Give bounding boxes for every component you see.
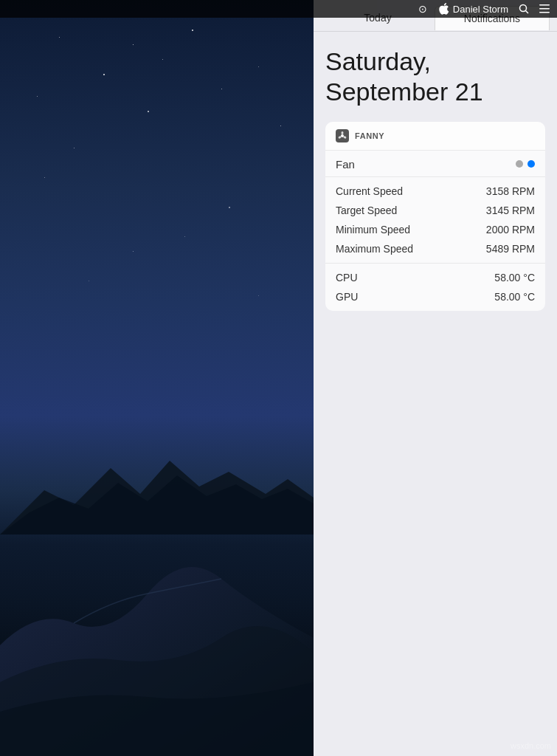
menubar: ⊙ Daniel Storm [0,0,557,18]
fan-label: Fan [336,158,355,171]
fanny-header: FANNY [325,122,545,151]
table-row: GPU 58.00 °C [325,287,545,306]
gpu-value: 58.00 °C [494,291,535,303]
date-line2: September 21 [325,77,545,107]
current-speed-value: 3158 RPM [486,185,535,197]
svg-rect-4 [539,4,550,6]
svg-point-8 [342,131,344,134]
menubar-right: ⊙ Daniel Storm [418,3,550,15]
fan-dot-inactive [516,160,523,168]
fan-dot-active [527,160,535,168]
svg-point-7 [341,134,344,137]
svg-line-3 [526,11,529,14]
table-row: CPU 58.00 °C [325,268,545,287]
date-heading: Saturday, September 21 [325,47,545,107]
fan-row: Fan [325,151,545,177]
svg-point-2 [520,5,527,12]
fanny-app-icon [336,129,349,142]
cpu-label: CPU [336,272,358,284]
max-speed-label: Maximum Speed [336,243,413,255]
search-menubar[interactable] [519,4,529,14]
table-row: Maximum Speed 5489 RPM [325,239,545,258]
table-row: Target Speed 3145 RPM [325,201,545,220]
fanny-app-name: FANNY [355,131,384,140]
hamburger-icon [539,4,550,13]
min-speed-value: 2000 RPM [486,224,535,236]
fan-icon [338,131,347,140]
target-speed-label: Target Speed [336,205,397,216]
date-line1: Saturday, [325,47,545,77]
speed-section: Current Speed 3158 RPM Target Speed 3145… [325,177,545,264]
fan-dots [516,160,535,168]
cpu-value: 58.00 °C [494,272,535,284]
table-row: Minimum Speed 2000 RPM [325,220,545,239]
target-speed-value: 3145 RPM [486,205,535,216]
svg-rect-6 [539,12,550,13]
notification-panel: Today Notifications Saturday, September … [314,0,557,756]
gpu-label: GPU [336,291,358,303]
svg-rect-5 [539,8,550,10]
username-menubar[interactable]: Daniel Storm [437,3,508,15]
min-speed-label: Minimum Speed [336,224,410,236]
fanny-menubar-icon[interactable]: ⊙ [418,3,427,15]
temp-section: CPU 58.00 °C GPU 58.00 °C [325,264,545,311]
desktop-wallpaper [0,0,314,756]
apple-icon [437,3,449,15]
menu-menubar[interactable] [539,4,550,13]
table-row: Current Speed 3158 RPM [325,182,545,201]
search-icon [519,4,529,14]
watermark: wsxdn.com [511,741,551,750]
current-speed-label: Current Speed [336,185,403,197]
panel-content: Saturday, September 21 FANNY Fan [314,32,557,756]
max-speed-value: 5489 RPM [486,243,535,255]
fanny-widget: FANNY Fan Current Speed 3158 RPM Target … [325,122,545,311]
